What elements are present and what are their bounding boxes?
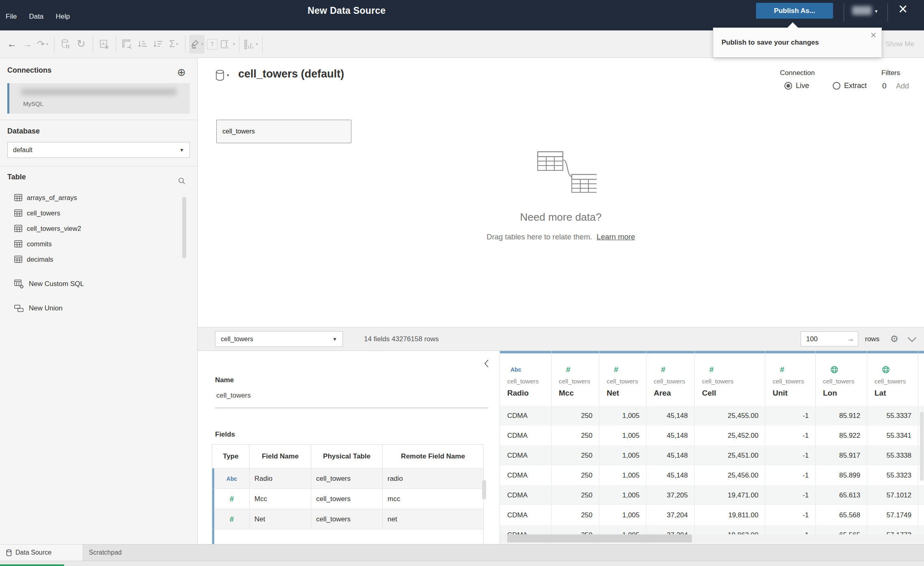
user-account-badge[interactable]	[852, 6, 872, 15]
sidebar-table-item[interactable]: cell_towers_view2	[0, 221, 197, 236]
connection-type-label: MySQL	[23, 100, 43, 107]
sidebar-table-item[interactable]: arrays_of_arrays	[0, 190, 197, 205]
column-accent-bar	[551, 351, 599, 353]
sort-ascending-icon[interactable]	[135, 35, 151, 54]
swap-rows-columns-icon[interactable]	[120, 35, 135, 54]
status-strip	[0, 561, 924, 566]
fields-scrollbar[interactable]	[482, 480, 486, 499]
grid-cell: 55.3323	[867, 465, 918, 485]
grid-cell: 1,005	[599, 406, 646, 426]
undo-button[interactable]: ←	[4, 35, 19, 54]
column-field-name: Lon	[816, 389, 867, 398]
field-row[interactable]: #Netcell_towersnet	[212, 509, 483, 529]
tab-scratchpad-label: Scratchpad	[89, 549, 122, 556]
apply-arrow-icon[interactable]: →	[846, 335, 854, 343]
tooltip-close-icon[interactable]: ×	[870, 29, 877, 41]
menu-file[interactable]: File	[6, 13, 17, 21]
highlight-icon[interactable]: ▾	[189, 35, 205, 54]
publish-as-button[interactable]: Publish As...	[756, 3, 833, 19]
search-icon[interactable]	[178, 177, 186, 187]
clear-sheet-icon[interactable]	[97, 35, 112, 54]
grid-cell: 250	[551, 426, 599, 445]
grid-cell: 57.1749	[867, 505, 918, 525]
grid-column-header[interactable]: #cell_towersCell	[695, 351, 765, 406]
grid-column-header[interactable]: Abccell_towersRadio	[500, 351, 551, 406]
totals-sigma-icon[interactable]: Σ▾	[166, 35, 181, 54]
column-accent-bar	[765, 351, 815, 353]
grid-cell: 45,148	[646, 426, 695, 445]
sidebar-table-item[interactable]: commits	[0, 236, 197, 252]
logical-table-node[interactable]: cell_towers	[216, 120, 351, 143]
grid-column-header[interactable]: #cell_towersNet	[599, 351, 646, 406]
redo-button[interactable]: →	[19, 35, 35, 54]
grid-column-header[interactable]: cell_towersLat	[867, 351, 918, 406]
filters-add-link[interactable]: Add	[896, 82, 909, 90]
text-label-icon[interactable]: T	[205, 35, 220, 54]
sidebar-scrollbar[interactable]	[182, 197, 186, 258]
column-table-label: cell_towers	[500, 378, 551, 385]
refresh-icon[interactable]: ↻	[73, 35, 89, 54]
sidebar-table-item[interactable]: cell_towers	[0, 205, 197, 221]
toolbar-divider	[54, 36, 54, 53]
datasource-db-icon[interactable]: ▾	[215, 69, 229, 82]
grid-column-header[interactable]: #cell_towersUnit	[765, 351, 816, 406]
user-menu-caret-icon[interactable]: ▾	[875, 8, 878, 14]
related-tables-icon	[526, 149, 597, 194]
live-radio[interactable]: Live	[781, 82, 809, 90]
fields-label: Fields	[215, 430, 235, 439]
close-window-icon[interactable]: ×	[898, 1, 907, 17]
radio-selected-icon	[784, 82, 792, 90]
column-table-label: cell_towers	[867, 378, 918, 385]
row-count-input[interactable]: 100 →	[801, 331, 858, 346]
grid-horizontal-scrollbar-thumb[interactable]	[507, 534, 692, 542]
chevron-down-icon: ▼	[179, 147, 184, 153]
column-accent-bar	[599, 351, 646, 353]
name-value[interactable]: cell_towers	[216, 392, 251, 400]
field-row[interactable]: AbcRadiocell_towersradio	[212, 468, 483, 489]
name-label: Name	[215, 376, 234, 384]
menu-data[interactable]: Data	[29, 13, 43, 21]
show-mark-type-icon[interactable]: ▾	[243, 35, 258, 54]
grid-column-header[interactable]: #cell_towersArea	[646, 351, 695, 406]
grid-cell: 1,005	[599, 445, 646, 465]
show-me-button[interactable]: Show Me	[885, 40, 914, 48]
chevron-down-icon[interactable]	[908, 334, 916, 342]
extract-radio[interactable]: Extract	[829, 82, 867, 90]
replay-button[interactable]: ↷▾	[35, 35, 50, 54]
sort-descending-icon[interactable]	[151, 35, 166, 54]
number-type-icon: #	[646, 365, 694, 374]
empty-hint: Drag tables here to relate them. Learn m…	[198, 232, 924, 241]
grid-column-header[interactable]: cell_towersLon	[816, 351, 867, 406]
new-custom-sql-button[interactable]: New Custom SQL	[14, 276, 84, 292]
fields-table-header: TypeField NamePhysical TableRemote Field…	[212, 445, 483, 468]
tab-data-source-label: Data Source	[15, 549, 52, 556]
new-custom-sql-label: New Custom SQL	[29, 280, 84, 288]
grid-cell: 250	[551, 465, 599, 485]
grid-cell: 55.3338	[867, 445, 918, 465]
fit-width-icon[interactable]: ▾	[220, 35, 235, 54]
table-preview-select[interactable]: cell_towers ▼	[215, 331, 343, 347]
tab-data-source[interactable]: Data Source	[0, 544, 83, 561]
field-row[interactable]: #Mcccell_towersmcc	[212, 489, 483, 509]
gear-icon[interactable]: ⚙	[890, 334, 898, 344]
menu-help[interactable]: Help	[56, 13, 70, 21]
grid-horizontal-scrollbar[interactable]	[500, 534, 924, 542]
connection-item[interactable]: MySQL	[7, 83, 190, 114]
sidebar-table-item[interactable]: decimals	[0, 252, 197, 267]
collapse-pane-icon[interactable]	[484, 359, 489, 370]
number-type-icon: #	[230, 495, 234, 504]
preview-toolbar: cell_towers ▼ 14 fields 43276158 rows 10…	[198, 327, 924, 351]
grid-cell: 55.3337	[867, 406, 918, 426]
toolbar-divider	[93, 36, 93, 53]
pause-updates-icon[interactable]	[58, 35, 73, 54]
logical-table-node-label: cell_towers	[217, 128, 255, 135]
tab-scratchpad[interactable]: Scratchpad	[83, 544, 166, 561]
learn-more-link[interactable]: Learn more	[597, 232, 635, 241]
database-select[interactable]: default ▼	[7, 142, 190, 158]
empty-canvas-hint: Need more data? Drag tables here to rela…	[198, 149, 924, 241]
grid-column-header[interactable]: #cell_towersMcc	[551, 351, 599, 406]
new-union-button[interactable]: New Union	[14, 300, 62, 316]
column-field-name: Unit	[765, 389, 815, 398]
grid-vertical-scrollbar[interactable]	[920, 412, 924, 481]
add-connection-icon[interactable]: ⊕	[177, 67, 186, 77]
